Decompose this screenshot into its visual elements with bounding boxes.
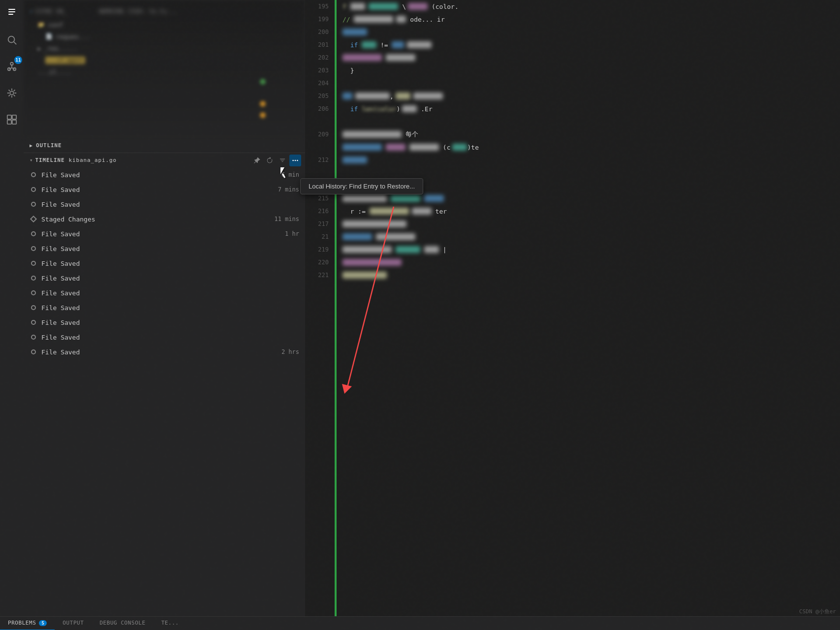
timeline-item[interactable]: File Saved1 hr xyxy=(24,226,305,241)
file-saved-icon xyxy=(30,348,37,356)
refresh-button[interactable] xyxy=(264,155,276,166)
explorer-icon[interactable] xyxy=(3,5,20,22)
timeline-item-label: File Saved xyxy=(41,319,299,326)
timeline-item[interactable]: File Saved xyxy=(24,315,305,330)
timeline-title: TIMELINE xyxy=(35,157,65,163)
line-number: 195 xyxy=(305,0,335,13)
activity-bar xyxy=(0,0,24,630)
line-number: 217 xyxy=(305,218,335,230)
editor-area: 195 199 200 201 202 203 204 205 206 209 … xyxy=(305,0,840,616)
file-saved-icon xyxy=(30,318,37,326)
line-gutter: 195 199 200 201 202 203 204 205 206 209 … xyxy=(305,0,335,616)
tab-terminal[interactable]: TE... xyxy=(154,617,187,630)
debug-icon[interactable] xyxy=(3,85,20,101)
pin-button[interactable] xyxy=(251,155,263,166)
timeline-item[interactable]: Staged Changes11 mins xyxy=(24,212,305,226)
line-number: 199 xyxy=(305,13,335,26)
staged-changes-icon xyxy=(30,215,37,223)
code-line: , xyxy=(342,90,836,102)
svg-point-5 xyxy=(10,63,13,65)
code-line: (c )te xyxy=(342,141,836,154)
sidebar-panel: ✓ CSYNC HA_ WORKING [SSH: te.tu... 📁 con… xyxy=(24,0,305,630)
file-tree: ✓ CSYNC HA_ WORKING [SSH: te.tu... 📁 con… xyxy=(24,0,305,138)
line-number: 221 xyxy=(305,269,335,282)
git-icon[interactable] xyxy=(3,58,20,75)
file-tree-item[interactable]: ▶ _res..... xyxy=(24,42,305,54)
line-number xyxy=(305,141,335,154)
line-number: 220 xyxy=(305,256,335,269)
file-saved-icon xyxy=(30,274,37,282)
file-saved-icon xyxy=(30,171,37,179)
timeline-item[interactable]: File Saved xyxy=(24,256,305,271)
timeline-item-time: 11 mins xyxy=(274,216,299,222)
timeline-item-label: File Saved xyxy=(41,289,299,297)
file-saved-icon xyxy=(30,230,37,238)
line-number: 209 xyxy=(305,128,335,141)
timeline-item-time: 6 min xyxy=(281,171,299,178)
svg-point-11 xyxy=(10,91,13,94)
extensions-icon[interactable] xyxy=(3,111,20,128)
git-change-indicator xyxy=(335,0,337,616)
timeline-item[interactable]: File Saved xyxy=(24,197,305,212)
timeline-item[interactable]: File Saved xyxy=(24,285,305,300)
timeline-item-label: File Saved xyxy=(41,348,281,356)
line-number: 219 xyxy=(305,243,335,256)
code-line: 每个 xyxy=(342,128,836,141)
timeline-item-label: File Saved xyxy=(41,304,299,312)
outline-section-header[interactable]: ▶ OUTLINE xyxy=(24,138,305,153)
timeline-item[interactable]: File Saved2 hrs xyxy=(24,345,305,359)
code-line xyxy=(342,218,836,230)
file-saved-icon xyxy=(30,333,37,341)
tab-output[interactable]: OUTPUT xyxy=(55,617,92,630)
more-actions-button[interactable] xyxy=(289,155,301,166)
timeline-actions xyxy=(251,155,301,166)
file-saved-icon xyxy=(30,259,37,267)
search-icon[interactable] xyxy=(3,32,20,48)
timeline-item[interactable]: File Saved6 min xyxy=(24,167,305,182)
timeline-item-label: File Saved xyxy=(41,230,285,238)
timeline-item[interactable]: File Saved7 mins xyxy=(24,182,305,197)
timeline-item-time: 2 hrs xyxy=(281,348,299,355)
line-number: 205 xyxy=(305,90,335,102)
code-line xyxy=(342,77,836,90)
code-line: | xyxy=(342,243,836,256)
tooltip-text: Local History: Find Entry to Restore... xyxy=(309,183,415,190)
file-tree-item[interactable]: 📁 conf xyxy=(24,19,305,31)
file-tree-item[interactable]: 📄 reques... xyxy=(24,31,305,42)
tab-debug-console[interactable]: DEBUG CONSOLE xyxy=(92,617,153,630)
outline-chevron-icon: ▶ xyxy=(30,143,33,148)
code-content[interactable]: f \ (color. // ode... ir if != xyxy=(339,0,840,616)
file-tree-item[interactable]: ...il.... xyxy=(24,66,305,78)
line-number: 203 xyxy=(305,64,335,77)
svg-point-3 xyxy=(8,36,15,43)
svg-rect-14 xyxy=(7,120,11,124)
file-saved-icon xyxy=(30,200,37,208)
timeline-item-time: 7 mins xyxy=(278,186,299,193)
timeline-item[interactable]: File Saved xyxy=(24,300,305,315)
code-line: // ode... ir xyxy=(342,13,836,26)
file-tree-item[interactable]: ...if_agent xyxy=(24,54,305,66)
bottom-panel-tabs: PROBLEMS 5 OUTPUT DEBUG CONSOLE TE... CS… xyxy=(0,616,840,630)
line-number xyxy=(305,115,335,128)
line-number: 200 xyxy=(305,26,335,38)
line-number: 21 xyxy=(305,230,335,243)
file-saved-icon xyxy=(30,245,37,252)
line-number xyxy=(305,166,335,179)
timeline-item-label: File Saved xyxy=(41,186,278,193)
filter-button[interactable] xyxy=(277,155,288,166)
timeline-chevron-icon[interactable]: ▾ xyxy=(30,157,33,163)
timeline-item[interactable]: File Saved xyxy=(24,271,305,285)
timeline-filename: kibana_api.go xyxy=(69,157,117,163)
timeline-item-label: File Saved xyxy=(41,334,299,341)
code-line xyxy=(342,51,836,64)
svg-rect-12 xyxy=(7,115,11,119)
code-line xyxy=(342,166,836,179)
timeline-item-label: Staged Changes xyxy=(41,216,274,223)
code-line xyxy=(342,154,836,166)
timeline-item[interactable]: File Saved xyxy=(24,241,305,256)
line-number: 202 xyxy=(305,51,335,64)
timeline-item[interactable]: File Saved xyxy=(24,330,305,345)
timeline-list: File Saved6 minFile Saved7 minsFile Save… xyxy=(24,167,305,359)
timeline-header: ▾ TIMELINE kibana_api.go xyxy=(24,153,305,167)
tab-problems[interactable]: PROBLEMS 5 xyxy=(0,617,55,630)
